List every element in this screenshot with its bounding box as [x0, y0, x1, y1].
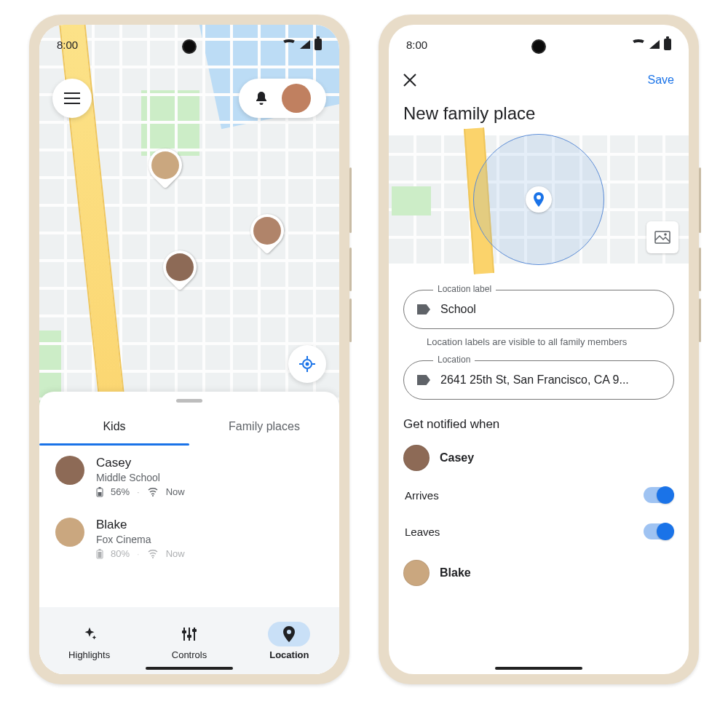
avatar[interactable]: [282, 84, 311, 113]
camera-hole: [182, 39, 197, 54]
person-row: Casey: [403, 445, 674, 471]
geofence-center[interactable]: [526, 186, 552, 213]
my-location-button[interactable]: [288, 345, 326, 383]
list-item[interactable]: Casey Middle School 56% · Now: [39, 446, 339, 507]
svg-rect-10: [182, 630, 186, 633]
status-time: 8:00: [57, 39, 78, 51]
phone-left: 8:00 Kids Famil: [29, 15, 349, 684]
tag-icon: [417, 375, 430, 385]
toggle-label: Leaves: [405, 526, 440, 538]
svg-rect-7: [98, 552, 102, 558]
field-value: School: [440, 303, 476, 316]
drag-handle[interactable]: [176, 399, 202, 403]
battery-icon: [96, 549, 103, 559]
signal-icon: [300, 40, 310, 49]
close-button[interactable]: [403, 74, 416, 87]
location-label-field[interactable]: Location label School: [403, 290, 674, 329]
image-picker-button[interactable]: [646, 221, 678, 253]
home-indicator[interactable]: [146, 667, 233, 670]
list-item[interactable]: Blake Fox Cinema 80% · Now: [39, 507, 339, 569]
section-header: Get notified when: [403, 417, 674, 432]
avatar: [55, 518, 84, 547]
avatar: [403, 560, 430, 586]
notifications-profile[interactable]: [239, 79, 326, 118]
image-icon: [654, 231, 670, 244]
battery-icon: [664, 39, 671, 50]
field-value: 2641 25th St, San Francisco, CA 9...: [440, 373, 629, 387]
svg-rect-8: [99, 549, 101, 550]
signal-time: Now: [166, 486, 185, 497]
home-indicator[interactable]: [495, 667, 582, 670]
nav-highlights[interactable]: Highlights: [46, 622, 133, 660]
battery-value: 56%: [111, 486, 130, 497]
location-pin-icon: [282, 626, 296, 642]
nav-controls[interactable]: Controls: [146, 622, 233, 660]
svg-rect-4: [99, 487, 101, 488]
wifi-icon: [632, 39, 645, 50]
kid-location: Fox Cinema: [96, 534, 323, 545]
phone-right: 8:00 Save New family place: [379, 15, 699, 684]
avatar: [403, 445, 430, 471]
toggle-leaves[interactable]: Leaves: [403, 513, 674, 550]
status-time: 8:00: [406, 39, 427, 51]
switch-on[interactable]: [644, 487, 673, 503]
bottom-nav: Highlights Controls Location: [39, 607, 339, 674]
signal-icon: [147, 550, 159, 558]
field-hint: Location labels are visible to all famil…: [427, 336, 674, 347]
toggle-label: Arrives: [405, 489, 439, 502]
signal-time: Now: [166, 548, 185, 559]
kid-location: Middle School: [96, 472, 323, 483]
page-title: New family place: [403, 103, 535, 124]
signal-icon: [147, 488, 159, 496]
nav-label: Highlights: [68, 649, 110, 660]
camera-hole: [531, 39, 546, 54]
menu-icon: [64, 92, 80, 104]
person-row: Blake: [403, 560, 674, 586]
menu-button[interactable]: [52, 79, 92, 118]
battery-icon: [314, 39, 322, 50]
save-button[interactable]: Save: [648, 74, 674, 87]
bottom-sheet: Kids Family places Casey Middle School 5…: [39, 392, 339, 674]
nav-label: Location: [269, 649, 309, 660]
field-legend: Location label: [433, 284, 496, 294]
svg-point-9: [152, 557, 154, 558]
battery-icon: [96, 487, 103, 497]
nav-label: Controls: [172, 649, 207, 660]
wifi-icon: [282, 39, 296, 50]
toggle-arrives[interactable]: Arrives: [403, 477, 674, 513]
crosshair-icon: [298, 355, 316, 373]
kid-name: Blake: [96, 518, 323, 532]
battery-value: 80%: [111, 548, 130, 559]
svg-rect-12: [192, 629, 197, 632]
close-icon: [403, 74, 416, 87]
map-preview[interactable]: [389, 135, 689, 264]
svg-rect-11: [187, 635, 191, 638]
sparkle-icon: [82, 626, 98, 642]
person-name: Blake: [440, 566, 471, 579]
nav-location[interactable]: Location: [245, 622, 333, 660]
kid-name: Casey: [96, 456, 323, 470]
svg-point-14: [664, 233, 667, 236]
svg-point-1: [306, 363, 309, 366]
tab-kids[interactable]: Kids: [39, 411, 189, 443]
avatar: [55, 456, 84, 485]
location-pin-icon: [533, 192, 545, 207]
switch-on[interactable]: [644, 523, 673, 539]
person-name: Casey: [440, 451, 474, 464]
field-legend: Location: [433, 355, 475, 365]
tab-family-places[interactable]: Family places: [189, 411, 339, 443]
tag-icon: [417, 304, 430, 314]
svg-point-5: [152, 495, 154, 496]
sliders-icon: [181, 627, 197, 641]
signal-icon: [649, 40, 660, 49]
location-address-field[interactable]: Location 2641 25th St, San Francisco, CA…: [403, 360, 674, 400]
svg-rect-3: [98, 492, 102, 496]
bell-icon: [254, 90, 269, 106]
